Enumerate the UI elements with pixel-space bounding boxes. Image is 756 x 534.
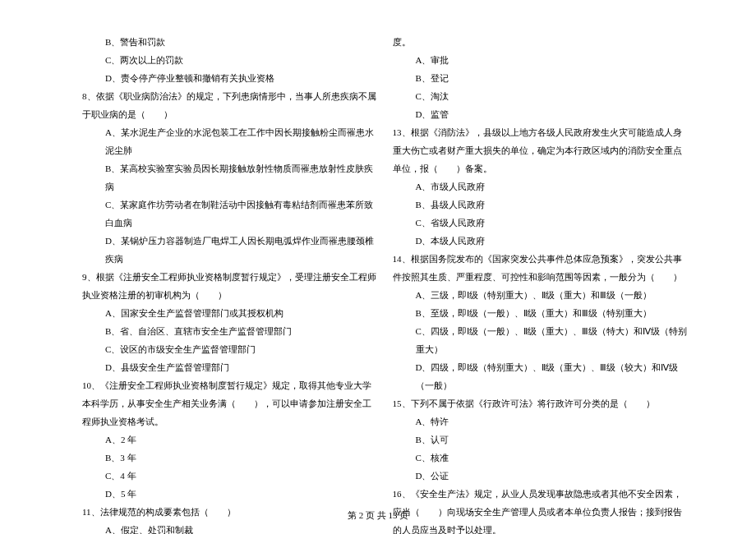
right-column: 度。 A、审批 B、登记 C、淘汰 D、监管 13、根据《消防法》，县级以上地方… [393,33,732,497]
q8-option-c: C、某家庭作坊劳动者在制鞋活动中因接触有毒粘结剂而罹患苯所致白血病 [82,196,380,232]
q8-option-d: D、某锅炉压力容器制造厂电焊工人因长期电弧焊作业而罹患腰颈椎疾病 [82,232,380,268]
q9-option-d: D、县级安全生产监督管理部门 [82,358,380,376]
q7-option-d: D、责令停产停业整顿和撤销有关执业资格 [82,69,380,87]
q12-option-b: B、登记 [393,69,691,87]
q15-option-c: C、核准 [393,449,691,467]
q10-option-a: A、2 年 [82,430,380,449]
q14-option-d: D、四级，即Ⅰ级（特别重大）、Ⅱ级（重大）、Ⅲ级（较大）和Ⅳ级（一般） [393,358,691,394]
q15-text: 15、下列不属于依据《行政许可法》将行政许可分类的是（ ） [393,394,691,412]
left-column: B、警告和罚款 C、两次以上的罚款 D、责令停产停业整顿和撤销有关执业资格 8、… [25,33,393,497]
q10-option-d: D、5 年 [82,485,380,503]
q15-option-d: D、公证 [393,467,691,485]
q15-option-b: B、认可 [393,430,691,449]
q7-option-c: C、两次以上的罚款 [82,51,380,69]
q15-option-a: A、特许 [393,412,691,430]
q10-text: 10、《注册安全工程师执业资格制度暂行规定》规定，取得其他专业大学本科学历，从事… [82,376,380,430]
page-footer: 第 2 页 共 13 页 [0,509,756,522]
q9-option-a: A、国家安全生产监督管理部门或其授权机构 [82,304,380,322]
q12-option-c: C、淘汰 [393,87,691,105]
q14-option-c: C、四级，即Ⅰ级（一般）、Ⅱ级（重大）、Ⅲ级（特大）和Ⅳ级（特别重大） [393,322,691,358]
q13-option-c: C、省级人民政府 [393,214,691,232]
q8-option-b: B、某高校实验室实验员因长期接触放射性物质而罹患放射性皮肤疾病 [82,159,380,196]
q10-option-c: C、4 年 [82,467,380,485]
q13-option-a: A、市级人民政府 [393,177,691,196]
q9-text: 9、根据《注册安全工程师执业资格制度暂行规定》，受理注册安全工程师执业资格注册的… [82,268,380,304]
q8-text: 8、依据《职业病防治法》的规定，下列患病情形中，当事人所患疾病不属于职业病的是（… [82,87,380,123]
q8-option-a: A、某水泥生产企业的水泥包装工在工作中因长期接触粉尘而罹患水泥尘肺 [82,123,380,159]
q13-option-d: D、本级人民政府 [393,232,691,250]
q9-option-b: B、省、自治区、直辖市安全生产监督管理部门 [82,322,380,340]
q9-option-c: C、设区的市级安全生产监督管理部门 [82,340,380,358]
q12-option-d: D、监管 [393,105,691,123]
q13-text: 13、根据《消防法》，县级以上地方各级人民政府发生火灾可能造成人身重大伤亡或者财… [393,123,691,177]
q13-option-b: B、县级人民政府 [393,196,691,214]
q14-option-b: B、至级，即Ⅰ级（一般）、Ⅱ级（重大）和Ⅲ级（特别重大） [393,304,691,322]
q14-text: 14、根据国务院发布的《国家突发公共事件总体应急预案》，突发公共事件按照其生质、… [393,250,691,286]
q14-option-a: A、三级，即Ⅰ级（特别重大）、Ⅱ级（重大）和Ⅲ级（一般） [393,286,691,304]
q12-continue: 度。 [393,33,691,51]
q7-option-b: B、警告和罚款 [82,33,380,51]
q10-option-b: B、3 年 [82,449,380,467]
q12-option-a: A、审批 [393,51,691,69]
page-container: B、警告和罚款 C、两次以上的罚款 D、责令停产停业整顿和撤销有关执业资格 8、… [0,0,756,505]
q11-option-a: A、假定、处罚和制裁 [82,521,380,534]
